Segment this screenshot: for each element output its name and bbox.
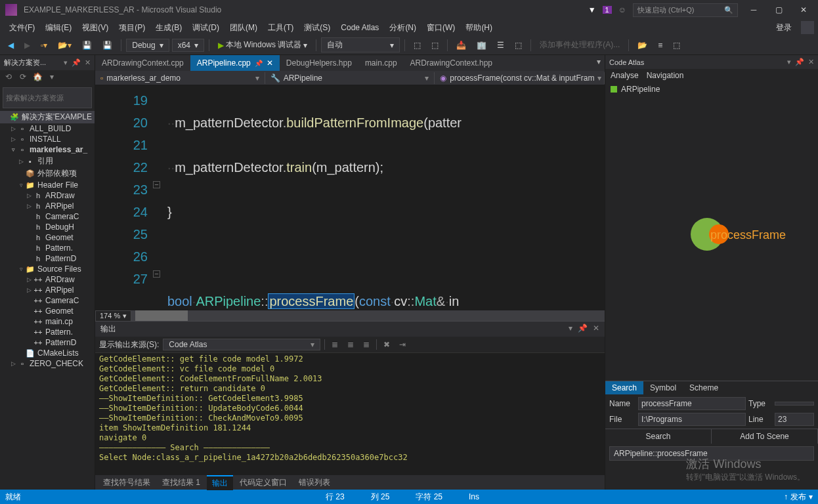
- minimize-button[interactable]: ─: [744, 5, 763, 14]
- bottom-tab[interactable]: 输出: [207, 475, 233, 490]
- avatar-icon[interactable]: [801, 21, 814, 34]
- save-all-button[interactable]: 💾: [98, 39, 116, 52]
- tb-icon-4[interactable]: 🏢: [473, 39, 490, 52]
- output-close-icon[interactable]: ✕: [593, 324, 599, 335]
- home-icon[interactable]: 🏠: [32, 72, 43, 84]
- editor-tab[interactable]: ARPipeline.cpp📌✕: [190, 55, 280, 71]
- sign-in-link[interactable]: 登录: [771, 20, 797, 35]
- editor-tab[interactable]: ARDrawingContext.hpp: [404, 55, 499, 71]
- tree-node[interactable]: ▷hARDraw: [0, 190, 95, 201]
- home-icon[interactable]: ⟲: [3, 72, 14, 84]
- panel-close-icon[interactable]: ✕: [808, 58, 814, 66]
- crumb-project[interactable]: ▫markerless_ar_demo▾: [95, 72, 265, 84]
- tree-node[interactable]: hPatternD: [0, 253, 95, 264]
- tree-node[interactable]: ▿▫markerless_ar_: [0, 144, 95, 155]
- dropdown-icon[interactable]: ▾: [787, 58, 791, 66]
- atlas-canvas[interactable]: processFrame: [605, 96, 818, 381]
- tree-node[interactable]: ▷▫ALL_BUILD: [0, 123, 95, 134]
- type-field[interactable]: [775, 402, 814, 406]
- tree-node[interactable]: hGeomet: [0, 232, 95, 243]
- tree-node[interactable]: ▷▫ZERO_CHECK: [0, 358, 95, 369]
- nav-back-button[interactable]: ◀: [4, 39, 18, 52]
- tabs-overflow[interactable]: ▾: [593, 55, 605, 71]
- tree-node[interactable]: 🧩解决方案'EXAMPLE: [0, 111, 95, 123]
- atlas-add-button[interactable]: Add To Scene: [712, 429, 818, 444]
- menu-tools[interactable]: 工具(T): [263, 20, 299, 35]
- tree-node[interactable]: ++main.cp: [0, 316, 95, 327]
- feedback-icon[interactable]: ☺: [618, 5, 626, 14]
- tb-icon-6[interactable]: ⬚: [511, 39, 526, 52]
- editor-tab[interactable]: main.cpp: [358, 55, 404, 71]
- solution-search[interactable]: 🔍▾: [3, 87, 92, 108]
- menu-file[interactable]: 文件(F): [4, 20, 40, 35]
- pin-icon[interactable]: 📌: [72, 58, 81, 67]
- file-field[interactable]: I:\Programs: [638, 413, 746, 426]
- tb-icon-1[interactable]: ⬚: [410, 39, 425, 52]
- zoom-level[interactable]: 174 %▾: [95, 310, 131, 322]
- fold-icon[interactable]: −: [153, 181, 160, 188]
- solution-tree[interactable]: 🧩解决方案'EXAMPLE▷▫ALL_BUILD▷▫INSTALL▿▫marke…: [0, 110, 95, 490]
- config-dropdown[interactable]: Debug▾: [126, 39, 169, 52]
- panel-close-icon[interactable]: ✕: [85, 58, 91, 67]
- atlas-menu-analyse[interactable]: Analyse: [611, 71, 639, 80]
- open-file-button[interactable]: 📂▾: [54, 39, 75, 52]
- menu-debug[interactable]: 调试(D): [187, 20, 225, 35]
- maximize-button[interactable]: ▢: [769, 5, 788, 14]
- editor-tab[interactable]: ARDrawingContext.cpp: [95, 55, 190, 71]
- atlas-tab[interactable]: Search: [605, 381, 643, 394]
- atlas-tab[interactable]: Scheme: [683, 381, 725, 394]
- dropdown-icon[interactable]: ▾: [64, 58, 68, 67]
- tree-node[interactable]: ▷++ARPipel: [0, 285, 95, 295]
- atlas-menu-navigation[interactable]: Navigation: [647, 71, 684, 80]
- output-tb-4[interactable]: ✖: [381, 340, 393, 349]
- name-field[interactable]: processFrame: [638, 397, 746, 410]
- tree-node[interactable]: ▿📁Source Files: [0, 264, 95, 274]
- nav-fwd-button[interactable]: ▶: [20, 39, 34, 52]
- tb-icon-5[interactable]: ☰: [493, 39, 508, 52]
- output-pin-icon[interactable]: 📌: [578, 324, 588, 335]
- editor-scrollbar[interactable]: 174 %▾: [95, 310, 605, 321]
- tb-icon-2[interactable]: ⬚: [427, 39, 442, 52]
- output-tb-1[interactable]: ≣: [329, 340, 341, 349]
- menu-edit[interactable]: 编辑(E): [40, 20, 77, 35]
- bottom-tab[interactable]: 错误列表: [293, 476, 335, 490]
- tree-node[interactable]: 📦外部依赖项: [0, 167, 95, 180]
- tb-icon-7[interactable]: 📂: [634, 39, 651, 52]
- tree-node[interactable]: 📄CMakeLists: [0, 348, 95, 358]
- tree-node[interactable]: ▷▪引用: [0, 155, 95, 167]
- atlas-tab[interactable]: Symbol: [643, 381, 683, 394]
- menu-analyze[interactable]: 分析(N): [384, 20, 421, 35]
- menu-build[interactable]: 生成(B): [150, 20, 187, 35]
- tb-icon-9[interactable]: ⬚: [669, 39, 684, 52]
- line-field[interactable]: 23: [775, 413, 814, 426]
- code-editor[interactable]: 192021222324252627 ··m_patternDetector.b…: [95, 85, 605, 310]
- output-content[interactable]: GetCodeElement:: get file code model 1.9…: [95, 353, 605, 475]
- menu-help[interactable]: 帮助(H): [460, 20, 498, 35]
- tree-node[interactable]: ++CameraC: [0, 295, 95, 306]
- tree-node[interactable]: ▿📁Header File: [0, 180, 95, 190]
- quick-launch[interactable]: 快速启动 (Ctrl+Q) 🔍: [633, 3, 738, 17]
- menu-test[interactable]: 测试(S): [299, 20, 335, 35]
- pin-icon[interactable]: 📌: [795, 58, 804, 66]
- new-file-button[interactable]: ▫▾: [37, 39, 51, 52]
- tb-icon-8[interactable]: ≡: [654, 39, 666, 52]
- menu-view[interactable]: 视图(V): [77, 20, 114, 35]
- scrollbar-thumb[interactable]: [135, 310, 188, 321]
- menu-code-atlas[interactable]: Code Atlas: [335, 21, 384, 34]
- save-button[interactable]: 💾: [78, 39, 96, 52]
- auto-dropdown[interactable]: 自动▾: [321, 37, 400, 52]
- platform-dropdown[interactable]: x64▾: [172, 39, 204, 52]
- tree-node[interactable]: ++Geomet: [0, 306, 95, 316]
- bottom-tab[interactable]: 代码定义窗口: [234, 476, 292, 490]
- bottom-tab[interactable]: 查找符号结果: [98, 476, 156, 490]
- fold-icon[interactable]: −: [153, 270, 160, 278]
- crumb-class[interactable]: 🔧ARPipeline▾: [265, 72, 435, 84]
- tree-node[interactable]: hPattern.: [0, 243, 95, 253]
- tree-node[interactable]: hCameraC: [0, 211, 95, 222]
- publish-button[interactable]: ↑ 发布 ▾: [784, 492, 813, 503]
- solution-search-input[interactable]: [6, 89, 97, 106]
- menu-window[interactable]: 窗口(W): [421, 20, 460, 35]
- bottom-tab[interactable]: 查找结果 1: [157, 476, 205, 490]
- sync-icon[interactable]: ▾: [46, 72, 58, 84]
- atlas-search-button[interactable]: Search: [605, 429, 712, 444]
